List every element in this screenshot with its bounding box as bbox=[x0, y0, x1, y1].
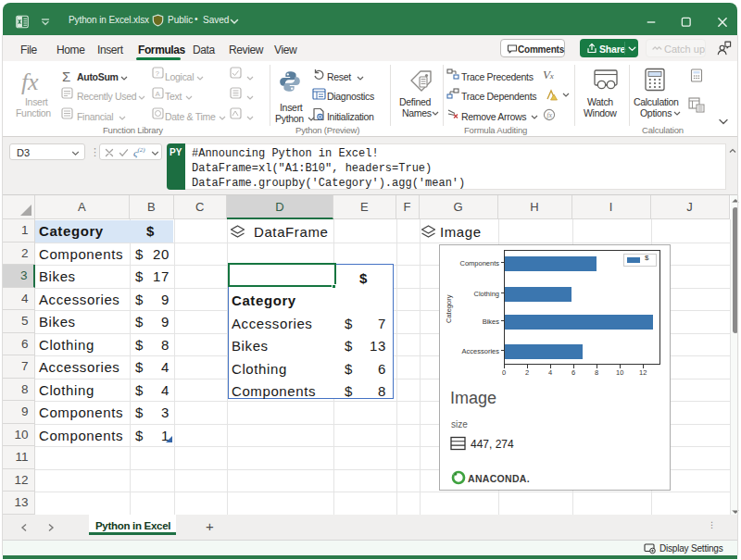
svg-text:?: ? bbox=[156, 69, 160, 78]
svg-text:A: A bbox=[156, 90, 161, 98]
svg-text:fx: fx bbox=[546, 111, 552, 119]
